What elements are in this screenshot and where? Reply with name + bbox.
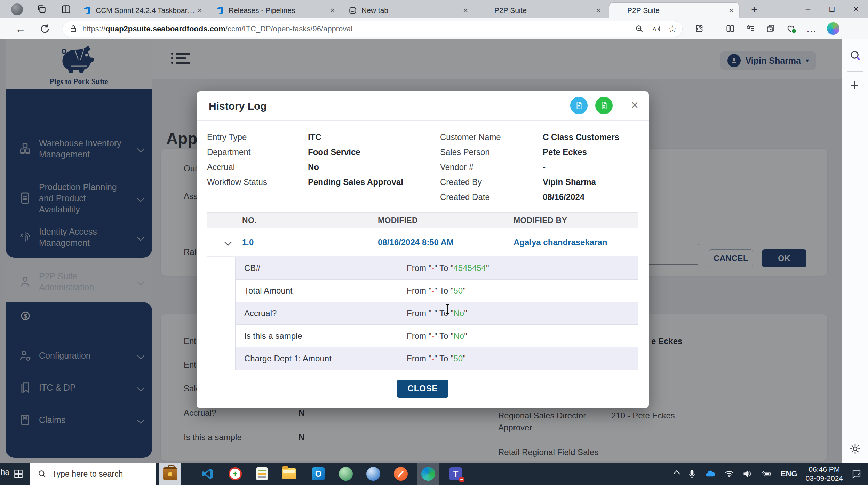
browser-titlebar: CCM Sprint 24.2.4 Taskboard - Bo × Relea… (0, 0, 868, 18)
info-value: No (308, 162, 319, 172)
tab-label: New tab (361, 6, 462, 15)
tab-ccm-sprint-taskboard[interactable]: CCM Sprint 24.2.4 Taskboard - Bo × (78, 3, 208, 18)
microphone-icon[interactable] (687, 469, 696, 478)
onedrive-icon[interactable] (705, 468, 716, 479)
window-controls: – □ × (796, 0, 868, 18)
taskbar-vscode-app[interactable] (197, 463, 218, 485)
language-indicator[interactable]: ENG (781, 469, 797, 478)
close-button[interactable]: CLOSE (397, 380, 448, 398)
browser-essentials-icon[interactable] (786, 24, 796, 33)
system-tray: ENG 06:46 PM03-09-2024 (674, 463, 862, 485)
change-text: From "-" To "No" (397, 308, 467, 318)
read-aloud-icon[interactable]: A (652, 24, 661, 33)
taskbar-blue-sphere-app[interactable] (363, 463, 384, 485)
column-header-no: NO. (242, 216, 257, 225)
collections-icon[interactable] (766, 24, 775, 33)
sidebar-search-icon[interactable] (849, 49, 861, 62)
change-text: From "-" To "No" (397, 331, 467, 341)
taskbar-edge-browser[interactable] (417, 463, 439, 485)
p2p-suite-favicon (481, 6, 490, 15)
taskbar-search-box[interactable]: Type here to search (30, 463, 156, 485)
history-table: NO. MODIFIED MODIFIED BY 1.0 08/16/2024 … (207, 212, 638, 370)
address-bar[interactable]: https://quap2psuite.seaboardfoods.com/cc… (62, 21, 683, 37)
taskbar-clock[interactable]: 06:46 PM03-09-2024 (806, 465, 843, 483)
split-screen-icon[interactable] (725, 24, 735, 33)
change-row: Charge Dept 1: Amount From "-" To "50" (236, 347, 638, 370)
change-text: From "-" To "50" (397, 354, 466, 363)
info-value: Vipin Sharma (543, 177, 596, 187)
tab-close-icon[interactable]: × (329, 6, 336, 15)
windows-taskbar: ha Type here to search + O T– (0, 463, 868, 485)
table-header-row: NO. MODIFIED MODIFIED BY (207, 213, 638, 228)
refresh-button[interactable] (40, 24, 50, 34)
azure-devops-icon (82, 6, 91, 15)
taskbar-teams-app[interactable]: T– (445, 463, 467, 485)
browser-profile-avatar[interactable] (11, 3, 23, 15)
copilot-icon[interactable] (827, 22, 839, 35)
taskbar-green-sphere-app[interactable] (335, 463, 357, 485)
taskbar-notepad-app[interactable] (251, 463, 273, 485)
change-text: From "-" To "50" (397, 286, 466, 296)
tab-p2p-suite-active[interactable]: P2P Suite × (609, 3, 739, 18)
battery-icon[interactable] (761, 469, 772, 479)
info-label: Created Date (440, 192, 490, 202)
window-maximize-button[interactable]: □ (820, 0, 844, 18)
p2p-suite-favicon (614, 6, 623, 15)
taskbar-clock-check-app[interactable]: + (224, 463, 246, 485)
export-pdf-button[interactable] (570, 97, 588, 114)
export-excel-button[interactable] (595, 97, 613, 114)
info-value: Food Service (308, 147, 360, 157)
info-value: Pending Sales Approval (308, 177, 403, 187)
teams-dnd-badge: – (459, 477, 464, 482)
change-row: Is this a sample From "-" To "No" (236, 325, 638, 347)
change-row: Total Amount From "-" To "50" (236, 280, 638, 302)
tab-p2p-suite[interactable]: P2P Suite × (476, 3, 606, 18)
page-content: Pigs to Pork Suite Warehouse Inventory M… (0, 39, 868, 463)
tab-new-tab[interactable]: New tab × (343, 3, 473, 18)
tab-close-icon[interactable]: × (196, 6, 204, 15)
info-label: Workflow Status (207, 177, 267, 187)
taskbar-file-explorer-app[interactable] (278, 463, 300, 485)
modified-date-link[interactable]: 08/16/2024 8:50 AM (378, 237, 454, 247)
changes-subtable: CB# From "-" To "4545454" Total Amount F… (235, 257, 638, 370)
wifi-icon[interactable] (724, 469, 734, 479)
favorite-star-icon[interactable]: ☆ (668, 23, 677, 34)
info-label: Entry Type (207, 132, 247, 142)
taskbar-orange-pen-app[interactable] (390, 463, 412, 485)
text-cursor (445, 304, 450, 315)
column-header-modified: MODIFIED (378, 216, 418, 225)
window-minimize-button[interactable]: – (796, 0, 820, 18)
tab-close-icon[interactable]: × (462, 6, 469, 15)
extensions-icon[interactable] (694, 24, 704, 33)
tab-releases-pipelines[interactable]: Releases - Pipelines × (210, 3, 341, 18)
tab-groups-icon[interactable] (36, 3, 47, 15)
taskbar-outlook-app[interactable]: O (308, 463, 329, 485)
change-field: Is this a sample (236, 325, 397, 347)
info-value: ITC (308, 132, 321, 142)
sidebar-add-icon[interactable]: + (850, 77, 859, 94)
vertical-tabs-icon[interactable] (61, 3, 72, 15)
tab-close-icon[interactable]: × (727, 6, 735, 15)
action-center-icon[interactable] (851, 469, 862, 479)
modal-title: History Log (209, 100, 267, 112)
toolbar-divider (715, 23, 715, 34)
zoom-out-icon[interactable] (635, 24, 644, 33)
back-button[interactable]: ← (15, 23, 26, 35)
expand-chevron-icon[interactable] (224, 238, 232, 246)
info-label: Vendor # (440, 162, 473, 172)
version-number-link[interactable]: 1.0 (242, 237, 254, 247)
taskbar-briefcase-app[interactable] (159, 463, 181, 485)
modified-by-link[interactable]: Agalya chandrasekaran (513, 237, 607, 247)
settings-gear-icon[interactable] (849, 443, 861, 455)
window-close-button[interactable]: × (844, 0, 868, 18)
speaker-icon[interactable] (742, 469, 752, 479)
start-button[interactable] (8, 463, 29, 485)
favorites-list-icon[interactable] (746, 24, 755, 33)
tab-label: P2P Suite (494, 6, 595, 15)
version-row: 1.0 08/16/2024 8:50 AM Agalya chandrasek… (207, 228, 638, 257)
modal-close-icon[interactable]: × (631, 99, 638, 111)
new-tab-button[interactable]: + (748, 3, 761, 15)
tab-close-icon[interactable]: × (595, 6, 602, 15)
tray-expand-icon[interactable] (673, 470, 680, 477)
more-options-icon[interactable]: … (806, 27, 817, 30)
